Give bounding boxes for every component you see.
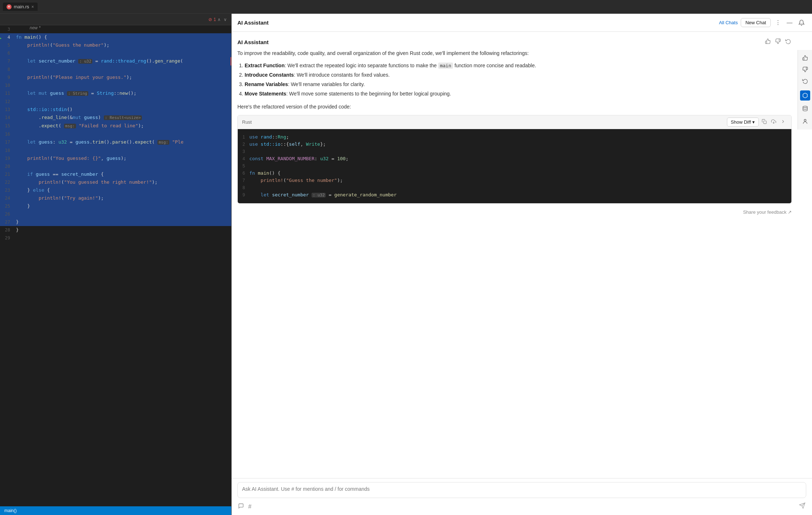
line-content-27: } <box>14 218 231 226</box>
line-content-19: println!("You guessed: {}", guess); <box>14 154 231 162</box>
error-icon: ⊘ <box>208 17 212 22</box>
tab-bar: R main.rs × <box>0 0 812 14</box>
line-content-21: if guess == secret_number { <box>14 170 231 178</box>
code-line-9: 9 println!("Please input your guess."); <box>0 73 231 81</box>
code-line-10: 10 <box>0 81 231 89</box>
hashtag-button[interactable]: # <box>248 503 252 511</box>
chevron-down-btn[interactable]: ∨ <box>222 16 228 23</box>
code-line-24: 24 println!("Try again!"); <box>0 194 231 202</box>
line-content-23: } else { <box>14 186 231 194</box>
line-content-5: println!("Guess the number"); <box>14 41 231 49</box>
thumbs-up-icon-btn[interactable] <box>800 53 810 63</box>
error-badge: ⊘ 1 <box>208 17 216 22</box>
line-content-14: .read_line(&mut guess) : Result<usize> <box>14 114 231 122</box>
notification-button[interactable] <box>797 18 806 27</box>
code-line-27: 27 } <box>0 218 231 226</box>
list-item-2: Introduce Constants: We'll introduce con… <box>245 71 792 80</box>
line-content-17: let guess: u32 = guess.trim().parse().ex… <box>14 138 231 146</box>
like-button[interactable] <box>764 38 771 46</box>
line-num-8: 8 <box>0 65 14 73</box>
line-num-7: 7 <box>0 57 14 65</box>
dislike-button[interactable] <box>774 38 782 46</box>
list-item-4: Move Statements: We'll move some stateme… <box>245 90 792 98</box>
code-line-8: 8 <box>0 65 231 73</box>
chevron-down-icon: ▾ <box>752 119 755 125</box>
line-num-10: 10 <box>0 81 14 89</box>
svg-rect-2 <box>764 121 766 124</box>
ai-message-actions <box>764 38 792 46</box>
cb-line-9: 9 let secret_number : u32 = generate_ran… <box>238 191 791 199</box>
line-content-15: .expect( msg: "Failed to read line"); <box>14 122 231 130</box>
editor-toolbar: ⊘ 1 ∧ ∨ <box>0 14 231 25</box>
ai-panel-inner: AI Assistant <box>232 32 812 515</box>
cb-line-6: 6 fn main() { <box>238 170 791 177</box>
insert-code-button[interactable] <box>770 118 778 127</box>
code-line-18: 18 <box>0 146 231 154</box>
line-num-26: 26 <box>0 210 14 218</box>
code-line-28: 28 } <box>0 226 231 234</box>
show-diff-button[interactable]: Show Diff ▾ <box>727 118 759 127</box>
code-block-content: 1 use rand::Rng; 2 use std::io::{self, W… <box>238 129 791 203</box>
ai-input-tools: # <box>237 502 252 511</box>
ai-input-field[interactable] <box>237 482 806 498</box>
line-num-5: 5 <box>0 41 14 49</box>
all-chats-button[interactable]: All Chats <box>719 20 738 25</box>
chevron-up-btn[interactable]: ∧ <box>216 16 222 23</box>
list-item-1: Extract Function: We'll extract the repe… <box>245 61 792 70</box>
refresh-icon-btn[interactable] <box>800 76 810 86</box>
main-rs-tab[interactable]: R main.rs × <box>3 3 38 11</box>
ai-content[interactable]: AI Assistant <box>232 32 812 478</box>
code-line-16: 16 <box>0 130 231 138</box>
red-line <box>231 57 231 65</box>
line-content-24: println!("Try again!"); <box>14 194 231 202</box>
line-num-21: 21 <box>0 170 14 178</box>
more-code-options-button[interactable] <box>779 118 787 127</box>
code-block: Rust Show Diff ▾ <box>237 115 792 204</box>
cb-line-7: 7 println!("Guess the number"); <box>238 177 791 184</box>
line-num-27: 27 <box>0 218 14 226</box>
line-num-25: 25 <box>0 202 14 210</box>
ai-header-right: All Chats New Chat ⋮ — <box>719 18 806 27</box>
ai-input-footer: # <box>237 499 806 511</box>
line-num-6: 6 <box>0 49 14 57</box>
side-icons <box>798 50 812 129</box>
more-options-button[interactable]: ⋮ <box>774 18 782 27</box>
person-icon-btn[interactable] <box>800 116 810 127</box>
line-num-11: 11 <box>0 89 14 97</box>
send-button[interactable] <box>798 502 806 511</box>
code-line-29: 29 <box>0 234 231 242</box>
code-line-21: 21 if guess == secret_number { <box>0 170 231 178</box>
minimize-button[interactable]: — <box>785 18 794 27</box>
code-line-12: 12 <box>0 98 231 106</box>
code-area[interactable]: 3 4 ▶ fn main() { 5 println!("Guess the … <box>0 25 231 506</box>
code-line-20: 20 <box>0 162 231 170</box>
feedback-anchor[interactable]: Share your feedback ↗ <box>743 209 792 215</box>
code-lines: 3 4 ▶ fn main() { 5 println!("Guess the … <box>0 25 231 242</box>
line-content-25: } <box>14 202 231 210</box>
thumbs-down-icon-btn[interactable] <box>800 64 810 75</box>
copy-code-button[interactable] <box>760 118 768 127</box>
ai-message-header: AI Assistant <box>237 38 792 46</box>
line-num-4: 4 ▶ <box>0 33 14 41</box>
show-diff-label: Show Diff <box>731 119 751 125</box>
ai-spiral-icon-btn[interactable] <box>800 90 810 101</box>
line-num-13: 13 <box>0 106 14 114</box>
regenerate-button[interactable] <box>784 38 792 46</box>
new-chat-button[interactable]: New Chat <box>741 18 771 27</box>
cb-line-3: 3 <box>238 148 791 155</box>
line-num-23: 23 <box>0 186 14 194</box>
tab-close-btn[interactable]: × <box>31 5 34 9</box>
mention-context-button[interactable] <box>237 502 245 511</box>
line-num-15: 15 <box>0 122 14 130</box>
code-block-actions: Show Diff ▾ <box>727 118 787 127</box>
ai-refactored-text: Here's the refactored version of the pro… <box>237 103 792 111</box>
ai-message-title: AI Assistant <box>237 39 268 45</box>
code-line-6: 6 <box>0 49 231 57</box>
svg-point-0 <box>803 106 807 107</box>
database-icon-btn[interactable] <box>800 103 810 114</box>
line-content-7: let secret_number : u32 = rand::thread_r… <box>14 57 231 65</box>
code-line-17: 17 let guess: u32 = guess.trim().parse()… <box>0 138 231 146</box>
line-num-14: 14 <box>0 114 14 122</box>
code-line-3: 3 <box>0 25 231 33</box>
line-num-12: 12 <box>0 98 14 106</box>
